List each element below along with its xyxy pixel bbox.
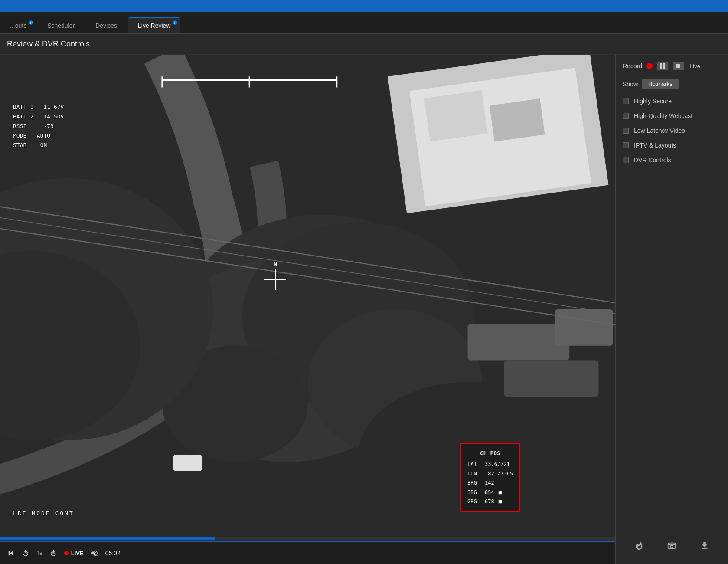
coord-lon-label: LON: [467, 469, 480, 479]
sidebar-bottom-icons: [623, 534, 721, 557]
page-title: Review & DVR Controls: [7, 39, 90, 49]
coord-brg-value: 142: [485, 479, 494, 488]
coord-title: CH POS: [467, 448, 513, 458]
checkbox-low-latency-video[interactable]: [623, 128, 629, 134]
hud-rssi-value: -73: [43, 123, 53, 129]
hud-mode: MODE AUTO: [13, 131, 64, 141]
record-button[interactable]: [646, 63, 653, 69]
video-progress-bar[interactable]: [0, 537, 615, 540]
checkbox-label-low-latency-video: Low Latency Video: [634, 127, 685, 134]
svg-rect-13: [490, 98, 545, 141]
checkbox-item-low-latency-video[interactable]: Low Latency Video: [623, 127, 721, 134]
hud-mode-value: AUTO: [37, 132, 50, 139]
svg-rect-16: [555, 309, 613, 346]
checkbox-label-iptv-layouts: IPTV & Layouts: [634, 142, 676, 149]
coord-grg-value: 678: [485, 497, 494, 507]
stop-button[interactable]: [673, 62, 684, 70]
tab-live-review[interactable]: Live Review P: [128, 17, 180, 33]
bottom-controls: 10 1x 10 LIVE: [0, 542, 615, 564]
svg-rect-26: [9, 551, 10, 556]
pause-bar-right: [663, 63, 665, 69]
svg-text:10: 10: [52, 552, 55, 554]
checkbox-label-dvr-controls: DVR Controls: [634, 157, 671, 164]
screenshot-icon[interactable]: [664, 538, 679, 554]
checkbox-item-dvr-controls[interactable]: DVR Controls: [623, 157, 721, 164]
crosshair-north: N: [274, 261, 277, 267]
coord-grg-row: GRG 678 ■: [467, 497, 513, 507]
speed-button[interactable]: 1x: [36, 550, 42, 557]
hud-stab: STAB ON: [13, 141, 64, 150]
svg-text:10: 10: [24, 552, 27, 554]
coord-srg-label: SRG: [467, 488, 480, 498]
rewind-10-button[interactable]: 10: [22, 549, 29, 557]
right-sidebar: Record Live Show Hotmarks: [615, 55, 728, 564]
speed-label: 1x: [36, 550, 42, 557]
tab-layouts-icon: P: [29, 20, 33, 25]
pause-button[interactable]: [657, 62, 668, 70]
checkbox-label-high-quality-webcast: High-Quality Webcast: [634, 112, 692, 119]
top-blue-bar: [0, 0, 728, 12]
checkbox-dvr-controls[interactable]: [623, 157, 629, 163]
coord-brg-row: BRG 142: [467, 479, 513, 488]
export-icon[interactable]: [697, 538, 712, 554]
record-section: Record Live: [623, 62, 721, 70]
coord-srg-dot: ■: [499, 488, 502, 498]
checkbox-item-iptv-layouts[interactable]: IPTV & Layouts: [623, 142, 721, 149]
tab-bar: ...outs P Scheduler Devices Live Review …: [0, 12, 728, 34]
coord-srg-value: 854: [485, 488, 494, 498]
tab-layouts-label: ...outs: [10, 22, 26, 29]
hud-bottom: LRE MODE CONT: [13, 510, 74, 516]
hud-stab-value: ON: [40, 142, 47, 148]
tab-scheduler-label: Scheduler: [47, 22, 75, 29]
coord-grg-dot: ■: [499, 497, 502, 507]
svg-marker-25: [10, 551, 13, 556]
coord-lat-label: LAT: [467, 460, 480, 469]
hud-rssi-label: RSSI: [13, 123, 26, 129]
tab-live-review-label: Live Review: [138, 22, 170, 29]
tab-devices-label: Devices: [95, 22, 117, 29]
hotmarks-button[interactable]: Hotmarks: [642, 79, 679, 89]
coord-srg-row: SRG 854 ■: [467, 488, 513, 498]
checkbox-iptv-layouts[interactable]: [623, 142, 629, 148]
live-label: LIVE: [71, 550, 84, 557]
tab-scheduler[interactable]: Scheduler: [37, 17, 85, 33]
svg-rect-17: [173, 455, 202, 471]
app-container: ...outs P Scheduler Devices Live Review …: [0, 12, 728, 564]
mute-button[interactable]: [91, 549, 98, 557]
sidebar-live-label[interactable]: Live: [690, 63, 700, 69]
skip-forward-10-button[interactable]: 10: [49, 549, 57, 557]
hud-overlay: BATT 1 11.67V BATT 2 14.50V RSSI -73 MOD…: [13, 102, 64, 150]
record-label: Record: [623, 62, 642, 69]
checkbox-items: Highly Secure High-Quality Webcast Low L…: [623, 98, 721, 164]
coord-brg-label: BRG: [467, 479, 480, 488]
hud-batt1-value: 11.67V: [43, 104, 64, 110]
pause-bar-left: [660, 63, 662, 69]
checkbox-highly-secure[interactable]: [623, 98, 629, 104]
show-section: Show Hotmarks: [623, 79, 721, 89]
video-panel: N BATT 1 11.67V BATT 2 14.50V RSSI -73: [0, 55, 615, 564]
svg-rect-14: [467, 324, 569, 361]
hud-batt1: BATT 1 11.67V: [13, 102, 64, 112]
checkbox-item-high-quality-webcast[interactable]: High-Quality Webcast: [623, 112, 721, 119]
flame-icon[interactable]: [631, 538, 647, 554]
page-title-bar: Review & DVR Controls: [0, 34, 728, 55]
time-display: 05:02: [105, 550, 121, 557]
hud-mode-label: MODE: [13, 132, 26, 139]
crosshair: N: [264, 269, 286, 290]
skip-start-button[interactable]: [7, 549, 15, 557]
coord-lat-row: LAT 33.67721: [467, 460, 513, 469]
coord-box: CH POS LAT 33.67721 LON -82.27365 BRG 14…: [460, 443, 520, 512]
coord-grg-label: GRG: [467, 497, 480, 507]
tab-devices[interactable]: Devices: [85, 17, 127, 33]
stop-square: [676, 64, 680, 68]
svg-point-30: [671, 545, 673, 548]
svg-rect-15: [504, 360, 598, 397]
hud-batt2-value: 14.50V: [43, 113, 64, 120]
tab-layouts[interactable]: ...outs P: [0, 17, 36, 33]
checkbox-label-highly-secure: Highly Secure: [634, 98, 672, 105]
tab-live-review-icon: P: [173, 20, 177, 25]
video-svg: [0, 55, 615, 564]
show-label: Show: [623, 81, 638, 88]
checkbox-high-quality-webcast[interactable]: [623, 113, 629, 119]
checkbox-item-highly-secure[interactable]: Highly Secure: [623, 98, 721, 105]
